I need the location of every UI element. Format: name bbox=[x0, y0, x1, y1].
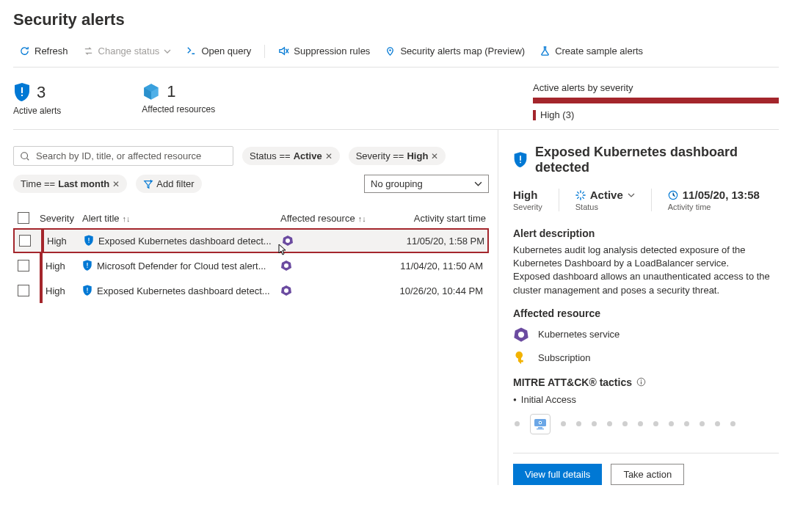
suppression-label: Suppression rules bbox=[294, 45, 370, 57]
close-icon[interactable]: ✕ bbox=[325, 151, 333, 161]
info-icon[interactable] bbox=[636, 377, 646, 387]
select-all-checkbox[interactable] bbox=[18, 212, 29, 224]
tactic-label: Initial Access bbox=[521, 394, 576, 405]
separator bbox=[264, 45, 265, 58]
svg-line-24 bbox=[577, 197, 578, 198]
search-box[interactable] bbox=[13, 146, 233, 166]
grouping-dropdown[interactable]: No grouping bbox=[364, 175, 489, 193]
svg-point-29 bbox=[515, 351, 523, 359]
open-query-label: Open query bbox=[201, 45, 251, 57]
clock-icon bbox=[668, 190, 678, 200]
row-severity: High bbox=[40, 285, 82, 296]
filter-time-prefix: Time == bbox=[21, 178, 55, 189]
severity-swatch bbox=[533, 110, 536, 120]
shield-icon bbox=[513, 151, 528, 169]
sample-alerts-button[interactable]: Create sample alerts bbox=[534, 43, 649, 59]
svg-point-0 bbox=[390, 49, 391, 51]
row-checkbox[interactable] bbox=[19, 235, 31, 247]
alerts-map-button[interactable]: Security alerts map (Preview) bbox=[379, 43, 531, 59]
chevron-down-icon[interactable] bbox=[628, 192, 635, 199]
detail-time-label: Activity time bbox=[668, 203, 760, 211]
toolbar: Refresh Change status Open query Suppres… bbox=[13, 43, 779, 68]
active-alerts-stat: 3 Active alerts bbox=[13, 82, 61, 116]
svg-point-11 bbox=[284, 263, 288, 268]
change-status-label: Change status bbox=[98, 45, 160, 57]
add-filter-label: Add filter bbox=[156, 178, 194, 189]
flask-icon bbox=[539, 45, 551, 57]
resource-subscription[interactable]: Subscription bbox=[513, 350, 779, 366]
severity-bar bbox=[40, 253, 43, 278]
col-resource[interactable]: Affected resource↑↓ bbox=[280, 213, 376, 224]
svg-rect-17 bbox=[520, 162, 521, 164]
search-icon bbox=[20, 151, 30, 161]
open-query-button[interactable]: Open query bbox=[180, 43, 257, 59]
detail-time: 11/05/20, 13:58 Activity time bbox=[668, 189, 760, 211]
row-checkbox[interactable] bbox=[18, 285, 29, 296]
detail-severity-value: High bbox=[513, 189, 542, 201]
refresh-label: Refresh bbox=[34, 45, 68, 57]
svg-rect-13 bbox=[87, 292, 87, 293]
table-row[interactable]: High Exposed Kubernetes dashboard detect… bbox=[13, 228, 489, 253]
svg-point-7 bbox=[286, 238, 290, 243]
detail-status-label: Status bbox=[575, 203, 635, 211]
view-full-details-button[interactable]: View full details bbox=[513, 464, 602, 485]
spinner-icon bbox=[575, 190, 586, 200]
sort-icon: ↑↓ bbox=[358, 214, 366, 223]
table-row[interactable]: High Exposed Kubernetes dashboard detect… bbox=[13, 278, 489, 303]
svg-point-35 bbox=[539, 422, 541, 423]
close-icon[interactable]: ✕ bbox=[431, 151, 438, 161]
svg-rect-36 bbox=[538, 427, 542, 429]
stats-row: 3 Active alerts 1 Affected resources Act… bbox=[13, 68, 779, 130]
affected-label: Affected resources bbox=[142, 104, 215, 114]
filter-severity[interactable]: Severity == High ✕ bbox=[349, 147, 446, 165]
detail-time-value: 11/05/20, 13:58 bbox=[683, 189, 760, 201]
row-time: 11/05/20, 1:58 PM bbox=[377, 236, 487, 247]
affected-heading: Affected resource bbox=[513, 307, 779, 319]
row-checkbox[interactable] bbox=[18, 260, 29, 272]
resource-label: Subscription bbox=[538, 352, 591, 363]
filter-severity-value: High bbox=[407, 150, 428, 161]
svg-point-3 bbox=[21, 152, 28, 158]
query-icon bbox=[186, 45, 197, 57]
description-text: Kubernetes audit log analysis detected e… bbox=[513, 244, 779, 297]
col-severity[interactable]: Severity bbox=[40, 213, 82, 224]
resource-label: Kubernetes service bbox=[538, 329, 620, 340]
mitre-heading: MITRE ATT&CK® tactics bbox=[513, 376, 779, 388]
svg-rect-12 bbox=[87, 288, 87, 291]
take-action-button[interactable]: Take action bbox=[611, 464, 684, 485]
suppression-rules-button[interactable]: Suppression rules bbox=[272, 43, 376, 59]
filter-time-value: Last month bbox=[58, 178, 109, 189]
row-time: 11/04/20, 11:50 AM bbox=[376, 260, 486, 272]
funnel-plus-icon bbox=[143, 179, 153, 189]
svg-line-23 bbox=[582, 197, 584, 198]
resource-kubernetes[interactable]: Kubernetes service bbox=[513, 327, 779, 343]
svg-rect-16 bbox=[520, 156, 521, 161]
close-icon[interactable]: ✕ bbox=[112, 179, 120, 189]
col-time[interactable]: Activity start time bbox=[376, 213, 486, 224]
refresh-button[interactable]: Refresh bbox=[13, 43, 74, 59]
add-filter-button[interactable]: Add filter bbox=[136, 175, 201, 193]
chevron-down-icon bbox=[164, 48, 171, 55]
refresh-icon bbox=[19, 45, 30, 57]
svg-point-28 bbox=[518, 332, 524, 338]
table-row[interactable]: High Microsoft Defender for Cloud test a… bbox=[13, 253, 489, 278]
severity-bar bbox=[41, 230, 44, 252]
col-title[interactable]: Alert title↑↓ bbox=[82, 213, 280, 224]
svg-rect-8 bbox=[87, 263, 87, 266]
shield-icon bbox=[82, 260, 92, 272]
kubernetes-icon bbox=[513, 327, 529, 343]
kubernetes-icon bbox=[280, 260, 292, 272]
svg-line-25 bbox=[582, 192, 584, 193]
filter-status[interactable]: Status == Active ✕ bbox=[242, 147, 340, 165]
severity-legend: High (3) bbox=[533, 109, 779, 120]
change-status-button: Change status bbox=[77, 43, 178, 59]
filter-time[interactable]: Time == Last month ✕ bbox=[13, 175, 127, 193]
svg-rect-37 bbox=[537, 429, 544, 429]
search-input[interactable] bbox=[34, 150, 227, 162]
row-severity: High bbox=[40, 260, 82, 272]
kubernetes-icon bbox=[280, 285, 292, 296]
detail-severity-label: Severity bbox=[513, 203, 542, 211]
monitor-icon bbox=[530, 414, 551, 434]
detail-status[interactable]: Active Status bbox=[575, 189, 652, 211]
svg-rect-32 bbox=[641, 382, 642, 385]
